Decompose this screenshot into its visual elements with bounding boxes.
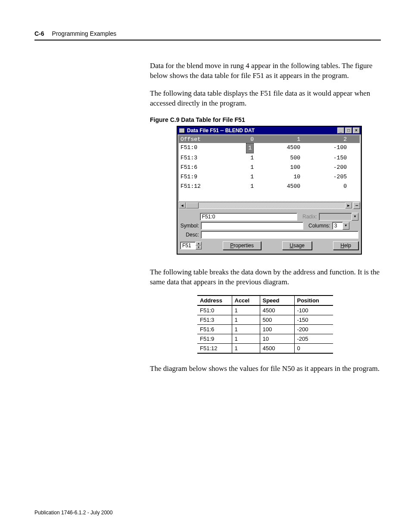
collapse-button[interactable]: − xyxy=(353,202,360,209)
grid-row[interactable]: F51:3 1 500 -150 xyxy=(179,153,360,163)
table-row: F51:9 1 10 -205 xyxy=(197,334,333,343)
intro-paragraph-2: The following data table displays the F5… xyxy=(150,89,383,109)
columns-label: Columns: xyxy=(308,223,330,229)
cell-address: F51:12 xyxy=(197,343,232,353)
grid-cell[interactable]: -200 xyxy=(305,163,352,172)
grid-cell[interactable]: 500 xyxy=(259,153,305,163)
desc-label: Desc: xyxy=(180,232,199,238)
cell-accel: 1 xyxy=(232,343,260,353)
grid-cell[interactable]: 4500 xyxy=(259,143,305,153)
cell-position: -200 xyxy=(294,324,333,334)
grid-cell[interactable]: 10 xyxy=(259,172,305,182)
cell-accel: 1 xyxy=(232,305,260,315)
dialog-titlebar[interactable]: Data File F51 -- BLEND DAT _ □ × xyxy=(177,127,361,134)
columns-dropdown[interactable]: 3 ▼ xyxy=(332,222,349,230)
summary-header-row: Address Accel Speed Position xyxy=(197,296,333,305)
grid-cell[interactable]: -205 xyxy=(305,172,352,182)
grid-header-col-0: 0 xyxy=(212,136,259,143)
cell-speed: 10 xyxy=(260,334,294,343)
maximize-button[interactable]: □ xyxy=(345,128,352,134)
horizontal-scrollbar[interactable]: ◄ ► xyxy=(178,202,352,209)
cell-position: 0 xyxy=(294,343,333,353)
grid-cell[interactable]: 1 xyxy=(212,182,259,191)
grid-row[interactable]: F51:6 1 100 -200 xyxy=(179,163,360,172)
page-number: C-6 xyxy=(34,30,44,37)
help-button[interactable]: Help xyxy=(333,241,358,250)
grid-cell[interactable]: -150 xyxy=(305,153,352,163)
cell-position: -205 xyxy=(294,334,333,343)
cell-speed: 4500 xyxy=(260,343,294,353)
page-header: C-6 Programming Examples xyxy=(34,30,381,37)
grid-cell[interactable]: 1 xyxy=(212,163,259,172)
grid-row[interactable]: F51:9 1 10 -205 xyxy=(179,172,360,182)
app-icon xyxy=(179,128,185,133)
grid-blank-row xyxy=(179,191,360,201)
radix-label: Radix: xyxy=(302,214,317,220)
grid-cell[interactable]: 100 xyxy=(259,163,305,172)
th-position: Position xyxy=(294,296,333,305)
table-row: F51:0 1 4500 -100 xyxy=(197,305,333,315)
cell-address: F51:3 xyxy=(197,315,232,324)
columns-value[interactable]: 3 xyxy=(332,222,342,230)
grid-header-col-2: 2 xyxy=(305,136,352,143)
grid-cell[interactable]: 0 xyxy=(305,182,352,191)
summary-paragraph: The following table breaks the data down… xyxy=(150,268,383,287)
grid-header-offset: Offset xyxy=(179,136,212,143)
grid-cell[interactable]: 1 xyxy=(212,153,259,163)
file-spin-value[interactable]: F51 xyxy=(180,242,196,249)
grid-header-row: Offset 0 1 2 xyxy=(179,136,360,143)
th-accel: Accel xyxy=(232,296,260,305)
cell-position: -150 xyxy=(294,315,333,324)
grid-cell-offset: F51:12 xyxy=(179,182,212,191)
closing-paragraph: The diagram below shows the values for f… xyxy=(150,364,383,374)
radix-value xyxy=(319,213,352,221)
section-title: Programming Examples xyxy=(52,30,116,37)
publication-footer: Publication 1746-6.1.2 - July 2000 xyxy=(34,510,112,516)
cell-address: F51:0 xyxy=(197,305,232,315)
grid-cell[interactable]: -100 xyxy=(305,143,352,153)
header-rule xyxy=(34,40,381,40)
grid-cell[interactable]: 1 xyxy=(212,143,259,153)
intro-paragraph-1: Data for the blend move in rung 4 appear… xyxy=(150,61,383,81)
th-speed: Speed xyxy=(260,296,294,305)
figure-caption: Figure C.9 Data Table for File F51 xyxy=(150,116,383,123)
grid-cell-offset: F51:0 xyxy=(179,143,212,153)
desc-input[interactable] xyxy=(201,231,358,239)
table-row: F51:12 1 4500 0 xyxy=(197,343,333,353)
th-address: Address xyxy=(197,296,232,305)
grid-cell-offset: F51:6 xyxy=(179,163,212,172)
scroll-right-button[interactable]: ► xyxy=(345,202,352,208)
scroll-thumb[interactable] xyxy=(186,202,199,208)
cell-position: -100 xyxy=(294,305,333,315)
file-spinner[interactable]: F51 ▲ ▼ xyxy=(180,242,202,249)
table-row: F51:3 1 500 -150 xyxy=(197,315,333,324)
summary-table: Address Accel Speed Position F51:0 1 450… xyxy=(197,295,333,354)
grid-cell[interactable]: 1 xyxy=(212,172,259,182)
content-column: Data for the blend move in rung 4 appear… xyxy=(150,61,383,374)
grid-cell-offset: F51:3 xyxy=(179,153,212,163)
grid-row[interactable]: F51:12 1 4500 0 xyxy=(179,182,360,191)
dropdown-arrow-icon[interactable]: ▼ xyxy=(352,213,358,221)
scroll-left-button[interactable]: ◄ xyxy=(179,202,186,208)
cell-accel: 1 xyxy=(232,324,260,334)
address-input[interactable]: F51:0 xyxy=(200,213,297,221)
cell-accel: 1 xyxy=(232,315,260,324)
properties-button[interactable]: Properties xyxy=(223,241,261,250)
selected-cell[interactable]: 1 xyxy=(246,143,254,153)
table-row: F51:6 1 100 -200 xyxy=(197,324,333,334)
cell-speed: 500 xyxy=(260,315,294,324)
data-file-dialog: Data File F51 -- BLEND DAT _ □ × Offset … xyxy=(177,126,362,255)
scroll-track[interactable] xyxy=(199,202,345,208)
usage-button[interactable]: Usage xyxy=(282,241,312,250)
radix-dropdown[interactable]: ▼ xyxy=(319,213,358,221)
spin-down-icon[interactable]: ▼ xyxy=(196,246,202,249)
cell-address: F51:6 xyxy=(197,324,232,334)
symbol-input[interactable] xyxy=(201,222,303,230)
grid-cell[interactable]: 4500 xyxy=(259,182,305,191)
dropdown-arrow-icon[interactable]: ▼ xyxy=(342,222,349,230)
symbol-label: Symbol: xyxy=(180,223,199,229)
minimize-button[interactable]: _ xyxy=(337,128,344,134)
close-button[interactable]: × xyxy=(353,128,360,134)
grid-row[interactable]: F51:0 1 4500 -100 xyxy=(179,143,360,153)
spin-up-icon[interactable]: ▲ xyxy=(196,242,202,246)
